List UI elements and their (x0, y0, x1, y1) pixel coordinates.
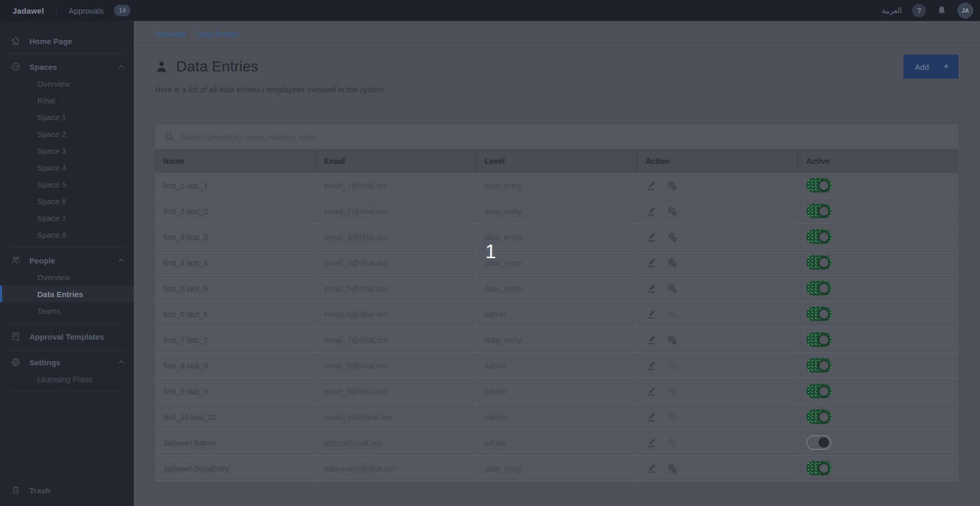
edit-pencil-icon[interactable] (646, 258, 656, 268)
permissions-gear-icon[interactable] (667, 258, 677, 268)
active-toggle[interactable] (806, 409, 832, 424)
search-icon (164, 132, 175, 142)
permissions-gear-icon[interactable] (667, 283, 677, 293)
brand-logo[interactable]: Jadawel (13, 6, 44, 15)
sidebar-item-space-1[interactable]: Space 1 (0, 109, 134, 125)
edit-pencil-icon[interactable] (646, 232, 656, 242)
cell-name: Jadawel DataEntry (155, 456, 315, 481)
cell-active (798, 378, 958, 404)
active-toggle[interactable] (806, 178, 832, 193)
table-row: Jadawel DataEntrydata-entry@rihal.omdata… (155, 456, 958, 481)
edit-pencil-icon[interactable] (646, 463, 656, 473)
sidebar-item-label: Space 8 (37, 230, 66, 239)
active-toggle[interactable] (806, 255, 832, 270)
sidebar-item-space-6[interactable]: Space 6 (0, 193, 134, 209)
active-toggle[interactable] (806, 281, 832, 296)
gear-icon (10, 357, 21, 367)
sidebar-item-spaces-overview[interactable]: Overview (0, 75, 134, 92)
permissions-gear-icon (667, 361, 677, 371)
sidebar-item-label: Approval Templates (29, 332, 104, 341)
edit-pencil-icon[interactable] (646, 283, 656, 293)
edit-pencil-icon[interactable] (646, 361, 656, 371)
cell-email: email_4@rihal.om (315, 250, 476, 275)
cell-email: email_3@rihal.om (315, 224, 476, 249)
cell-action (637, 173, 797, 198)
sidebar-item-licensing-plans[interactable]: Licensing Plans (0, 371, 134, 387)
notifications-bell-icon[interactable] (936, 5, 947, 16)
sidebar-item-trash[interactable]: Trash (0, 482, 134, 499)
table-header: Name Email Level Action Active (155, 149, 958, 173)
help-icon[interactable]: ? (912, 4, 926, 17)
sidebar-item-approval-templates[interactable]: Approval Templates (0, 328, 134, 345)
sidebar-item-label: Space 5 (37, 180, 66, 189)
cell-email-text: email_5@rihal.om (324, 284, 387, 293)
user-avatar[interactable]: JA (957, 3, 973, 18)
sidebar-item-data-entries[interactable]: Data Entries (0, 286, 134, 302)
permissions-gear-icon[interactable] (667, 181, 677, 191)
cell-email-text: admin@rihal.om (324, 438, 381, 447)
permissions-gear-icon[interactable] (667, 206, 677, 216)
cell-name: first_1 last_1 (155, 173, 315, 198)
nav-approvals-link[interactable]: Approvals 14 (69, 5, 131, 16)
toggle-knob (818, 360, 830, 372)
cell-email-text: email_2@rihal.om (324, 207, 387, 216)
cell-active (798, 198, 958, 224)
navbar-right: العربية ? JA (882, 3, 980, 18)
edit-pencil-icon[interactable] (646, 309, 656, 319)
cell-level: admin (476, 430, 637, 455)
toggle-knob (818, 385, 830, 397)
cell-name-text: first_5 last_5 (163, 284, 208, 293)
navbar-divider (57, 6, 57, 15)
sidebar-item-space-4[interactable]: Space 4 (0, 159, 134, 176)
edit-pencil-icon[interactable] (646, 206, 656, 216)
sidebar-item-space-7[interactable]: Space 7 (0, 209, 134, 226)
sidebar-item-spaces[interactable]: Spaces (0, 58, 134, 75)
cell-level-text: data_entry (485, 284, 522, 293)
permissions-gear-icon[interactable] (667, 463, 677, 473)
permissions-gear-icon[interactable] (667, 335, 677, 345)
active-toggle[interactable] (806, 461, 832, 476)
cell-level-text: admin (485, 361, 506, 370)
cell-email-text: email_3@rihal.om (324, 233, 387, 241)
sidebar-item-space-5[interactable]: Space 5 (0, 176, 134, 193)
cell-name: first_3 last_3 (155, 224, 315, 249)
sidebar-item-settings[interactable]: Settings (0, 354, 134, 371)
table-row: first_6 last_6email_6@rihal.omadmin (155, 301, 958, 327)
sidebar-item-teams[interactable]: Teams (0, 302, 134, 319)
sidebar-item-people-overview[interactable]: Overview (0, 269, 134, 286)
cell-level: data_entry (476, 173, 637, 198)
page-header: Data Entries Add + (155, 55, 958, 79)
sidebar-item-space-8[interactable]: Space 8 (0, 226, 134, 243)
nav-approvals-label: Approvals (69, 6, 104, 15)
breadcrumb-separator: / (190, 29, 193, 39)
cell-email: email_7@rihal.om (315, 327, 476, 352)
edit-pencil-icon[interactable] (646, 412, 656, 422)
active-toggle[interactable] (806, 435, 832, 450)
active-toggle[interactable] (806, 229, 832, 244)
active-toggle[interactable] (806, 204, 832, 218)
language-switch[interactable]: العربية (882, 6, 902, 15)
sidebar-item-people[interactable]: People (0, 252, 134, 269)
toggle-knob (818, 437, 829, 448)
active-toggle[interactable] (806, 358, 832, 373)
edit-pencil-icon[interactable] (646, 181, 656, 191)
cell-level: data_entry (476, 327, 637, 352)
edit-pencil-icon[interactable] (646, 438, 656, 448)
permissions-gear-icon[interactable] (667, 232, 677, 242)
active-toggle[interactable] (806, 307, 832, 321)
sidebar-item-space-3[interactable]: Space 3 (0, 142, 134, 159)
search-input[interactable] (181, 132, 958, 141)
add-button[interactable]: Add + (903, 55, 958, 79)
cell-name: first_8 last_8 (155, 353, 315, 378)
breadcrumb: Overview / Data Entries (155, 29, 958, 39)
active-toggle[interactable] (806, 332, 832, 347)
breadcrumb-data-entries[interactable]: Data Entries (197, 29, 239, 39)
sidebar-item-space-2[interactable]: Space 2 (0, 125, 134, 142)
edit-pencil-icon[interactable] (646, 386, 656, 396)
sidebar-item-rihal[interactable]: Rihal (0, 92, 134, 109)
active-toggle[interactable] (806, 384, 832, 398)
breadcrumb-overview[interactable]: Overview (155, 29, 186, 39)
edit-pencil-icon[interactable] (646, 335, 656, 345)
sidebar-item-home-page[interactable]: Home Page (0, 33, 134, 49)
cell-email: email_6@rihal.om (315, 301, 476, 326)
